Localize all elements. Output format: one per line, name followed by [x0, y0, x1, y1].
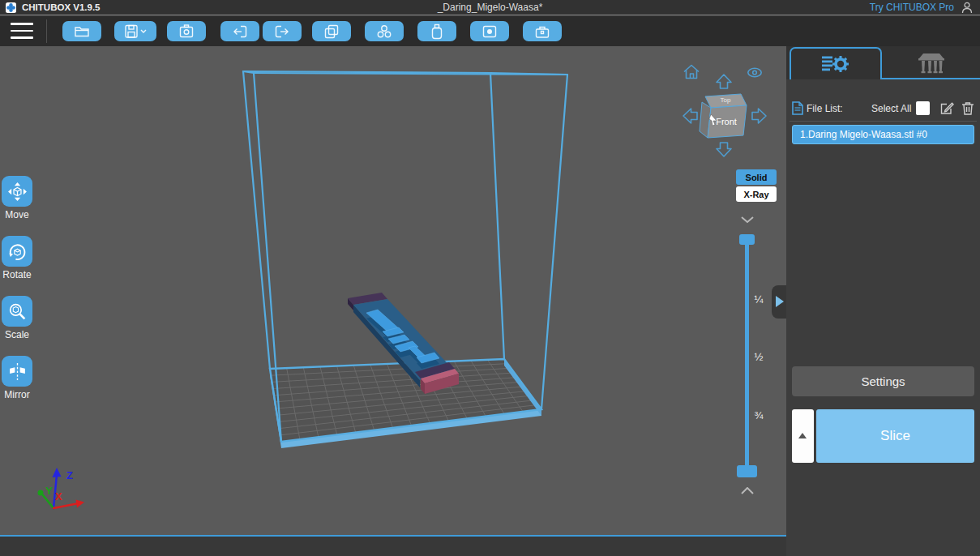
edit-icon[interactable] [940, 101, 954, 115]
tool-label: Rotate [0, 269, 38, 280]
rotate-icon [7, 242, 28, 262]
capture-icon [178, 24, 195, 40]
toolbox-button[interactable] [523, 21, 562, 41]
chevron-up-icon[interactable] [741, 487, 754, 494]
undo-icon [231, 24, 249, 40]
chitubox-window: CHITUBOX V1.9.5 _Daring_Migelo-Waasa* Tr… [0, 0, 980, 556]
punch-hole-button[interactable] [417, 21, 456, 41]
slider-quarter-label: ¼ [750, 293, 768, 306]
file-doc-icon [792, 101, 803, 115]
save-icon [123, 24, 148, 40]
viewport: Top Front Z Y X [0, 46, 786, 537]
trash-icon[interactable] [961, 101, 974, 115]
clone-icon [323, 24, 340, 40]
tab-support[interactable] [882, 47, 980, 79]
view-cube-front-label: Front [716, 117, 737, 126]
tool-scale: Scale [2, 296, 50, 340]
tab-underline [880, 78, 980, 79]
hollow-button[interactable] [365, 21, 404, 41]
punch-hole-icon [428, 24, 446, 40]
hollow-icon [375, 24, 393, 40]
xray-mode-button[interactable]: X-Ray [736, 186, 777, 202]
move-button[interactable] [2, 176, 32, 207]
file-list-separator [790, 121, 977, 122]
dig-hole-icon [481, 24, 499, 40]
file-list-header: File List: Select All [786, 101, 980, 118]
triangle-up-icon [798, 433, 807, 438]
panel-flyout-handle[interactable] [772, 285, 786, 319]
select-all-label: Select All [871, 103, 911, 114]
open-button[interactable] [62, 21, 101, 41]
axis-z-label: Z [66, 469, 73, 481]
slice-button[interactable]: Slice [816, 409, 974, 463]
scale-icon [7, 302, 28, 322]
chevron-down-icon[interactable] [741, 216, 754, 224]
layer-slider-lower-handle[interactable] [737, 465, 757, 477]
settings-button[interactable]: Settings [792, 366, 974, 396]
arrow-left-icon[interactable] [683, 109, 697, 123]
chevron-down-icon [141, 30, 146, 32]
play-right-icon [776, 296, 784, 307]
slider-threequarter-label: ¾ [750, 409, 768, 421]
settings-list-icon [820, 53, 851, 75]
redo-button[interactable] [263, 21, 302, 41]
move-icon [7, 182, 28, 202]
folder-open-icon [73, 24, 91, 40]
clone-button[interactable] [312, 21, 351, 41]
redo-icon [273, 24, 291, 40]
3d-viewport-canvas[interactable]: Top Front Z Y X [0, 46, 786, 537]
rotate-button[interactable] [2, 236, 32, 267]
main-toolbar [0, 16, 980, 46]
eye-icon[interactable] [748, 68, 761, 76]
axis-x-label: X [55, 490, 62, 503]
axis-y-label: Y [45, 485, 53, 497]
arrow-down-icon[interactable] [717, 143, 731, 156]
file-list-item[interactable]: 1.Daring Migelo-Waasa.stl #0 [792, 125, 974, 144]
capture-button[interactable] [167, 21, 206, 41]
save-button[interactable] [114, 21, 156, 41]
toolbox-icon [533, 24, 551, 40]
right-panel: File List: Select All 1.Daring Migelo-Wa… [786, 46, 980, 556]
dig-hole-button[interactable] [470, 21, 509, 41]
layer-slider-upper-handle[interactable] [739, 234, 755, 245]
arrow-right-icon[interactable] [752, 109, 766, 123]
slider-half-label: ½ [750, 351, 768, 363]
tool-mirror: Mirror [2, 356, 50, 400]
slice-options-button[interactable] [792, 409, 814, 463]
tool-move: Move [2, 176, 50, 220]
tool-label: Move [0, 209, 38, 220]
support-icon [917, 51, 946, 75]
tool-rotate: Rotate [2, 236, 50, 280]
hamburger-icon[interactable] [11, 23, 33, 40]
toolbar-divider [46, 19, 47, 43]
mirror-icon [7, 361, 28, 382]
layer-slider-track[interactable] [745, 237, 749, 474]
file-list-label: File List: [807, 103, 843, 114]
axis-gizmo: Z Y X [38, 468, 85, 508]
mirror-button[interactable] [2, 356, 32, 387]
document-title: _Daring_Migelo-Waasa* [0, 0, 980, 15]
panel-tab-bar [786, 46, 980, 79]
view-cube-top-label: Top [721, 96, 731, 104]
scale-button[interactable] [2, 296, 32, 327]
select-all-checkbox[interactable] [916, 101, 930, 115]
try-pro-link[interactable]: Try CHITUBOX Pro [870, 0, 954, 15]
tab-file-settings[interactable] [790, 47, 882, 79]
undo-button[interactable] [220, 21, 259, 41]
solid-mode-button[interactable]: Solid [736, 169, 777, 185]
title-bar: CHITUBOX V1.9.5 _Daring_Migelo-Waasa* Tr… [0, 0, 980, 15]
person-icon[interactable] [961, 2, 973, 14]
tool-label: Scale [0, 329, 38, 340]
tool-label: Mirror [0, 389, 38, 400]
arrow-up-icon[interactable] [717, 75, 731, 88]
status-bar [0, 535, 786, 556]
view-cube[interactable]: Top Front [700, 94, 747, 138]
home-icon[interactable] [684, 66, 699, 79]
